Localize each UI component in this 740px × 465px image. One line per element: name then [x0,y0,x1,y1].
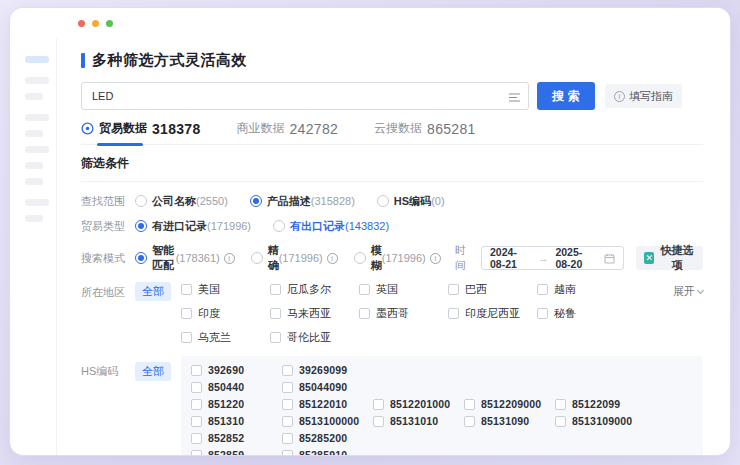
zoom-window-icon[interactable] [106,20,113,27]
info-icon[interactable]: i [327,253,338,264]
date-start[interactable]: 2024-08-21 [490,246,531,270]
region-checkbox[interactable]: 巴西 [448,282,537,297]
region-checkbox[interactable]: 英国 [359,282,448,297]
checkbox-icon [373,399,384,410]
hs-checkbox[interactable]: 851310 [191,415,282,427]
hs-checkbox[interactable]: 852859 [191,449,282,456]
region-checkbox[interactable]: 马来西亚 [270,306,359,321]
quick-options-button[interactable]: ✕ 快捷选项 [636,246,703,270]
minimize-window-icon[interactable] [92,20,99,27]
info-icon[interactable]: i [430,253,441,264]
info-icon[interactable]: i [224,253,235,264]
region-checkbox[interactable]: 越南 [537,282,626,297]
time-label: 时间 [455,243,473,273]
date-end[interactable]: 2025-08-20 [555,246,596,270]
radio-icon [354,252,366,264]
sidebar-skeleton-item [25,56,49,63]
hs-checkbox[interactable]: 8513100000 [282,415,373,427]
sidebar-skeleton-item [25,215,43,222]
expand-button[interactable]: 展开 [673,282,703,299]
hs-code-row: 392690 39269099 [191,362,693,378]
tab-trade-data[interactable]: 贸易数据 318378 [81,120,201,137]
hs-checkbox[interactable]: 85044090 [282,381,373,393]
quick-options-icon: ✕ [644,252,654,264]
region-checkbox[interactable]: 印度尼西亚 [448,306,537,321]
region-all-button[interactable]: 全部 [135,282,171,301]
checkbox-icon [555,399,566,410]
radio-smart-match[interactable]: 智能匹配 (178361) i [135,243,235,273]
radio-fuzzy-match[interactable]: 模糊 (171996) i [354,243,441,273]
search-button[interactable]: 搜索 [537,82,595,110]
calendar-icon[interactable] [604,253,615,264]
checkbox-icon [191,433,202,444]
radio-export-records[interactable]: 有出口记录 (143832) [273,219,389,234]
region-checkbox[interactable]: 印度 [181,306,270,321]
hs-code-row: 851310 8513100000 85131010 85131090 8513… [191,413,693,429]
hs-checkbox[interactable]: 85131090 [464,415,555,427]
data-tabs: 贸易数据 318378 商业数据 242782 云搜数据 865281 [81,120,703,145]
date-range-picker[interactable]: 2024-08-21 → 2025-08-20 [481,246,624,270]
region-checkbox[interactable]: 美国 [181,282,270,297]
tab-cloud-data[interactable]: 云搜数据 865281 [374,120,476,137]
hs-code-row: 851220 85122010 8512201000 8512209000 85… [191,396,693,412]
checkbox-icon [282,399,293,410]
main-content: 多种筛选方式灵活高效 搜索 i 填写指南 [57,38,730,455]
radio-icon [273,220,285,232]
search-input[interactable] [81,82,529,110]
list-lines-icon[interactable] [508,89,521,107]
region-checkbox[interactable]: 厄瓜多尔 [270,282,359,297]
app-window: 多种筛选方式灵活高效 搜索 i 填写指南 [9,7,731,456]
radio-company-name[interactable]: 公司名称 (2550) [135,194,228,209]
hs-checkbox[interactable]: 8513109000 [555,415,646,427]
hs-checkbox[interactable]: 85122010 [282,398,373,410]
checkbox-icon [464,416,475,427]
hs-checkbox[interactable]: 852852 [191,432,282,444]
filter-row-trade-type: 贸易类型 有进口记录 (171996) 有出口记录 (143832) [81,218,703,234]
sidebar-skeleton-item [25,114,49,121]
checkbox-icon [555,416,566,427]
chevron-down-icon [697,287,704,294]
hs-checkbox[interactable]: 85285910 [282,449,373,456]
hs-checkbox[interactable]: 850440 [191,381,282,393]
close-window-icon[interactable] [78,20,85,27]
row-label: 贸易类型 [81,218,135,234]
filter-row-scope: 查找范围 公司名称 (2550) 产品描述 (315828) HS编码 (0) [81,193,703,209]
hs-all-button[interactable]: 全部 [135,362,171,381]
region-checkbox[interactable]: 秘鲁 [537,306,626,321]
hs-checkbox[interactable]: 85131010 [373,415,464,427]
checkbox-icon [191,399,202,410]
hs-checkbox[interactable]: 8512201000 [373,398,464,410]
checkbox-icon [191,416,202,427]
date-arrow: → [538,252,549,264]
radio-import-records[interactable]: 有进口记录 (171996) [135,219,251,234]
hs-checkbox[interactable]: 85122099 [555,398,646,410]
checkbox-icon [373,416,384,427]
region-checkbox[interactable]: 哥伦比亚 [270,330,359,345]
checkbox-icon [282,382,293,393]
radio-icon [377,195,389,207]
region-checkbox[interactable]: 乌克兰 [181,330,270,345]
checkbox-icon [181,284,192,295]
row-label: 搜索模式 [81,250,135,266]
radio-icon [250,195,262,207]
radio-product-description[interactable]: 产品描述 (315828) [250,194,355,209]
checkbox-icon [181,332,192,343]
hs-checkbox[interactable]: 85285200 [282,432,373,444]
region-checkbox[interactable]: 墨西哥 [359,306,448,321]
hs-checkbox[interactable]: 851220 [191,398,282,410]
guide-button[interactable]: i 填写指南 [605,84,682,108]
info-icon: i [614,91,625,102]
radio-hs-code[interactable]: HS编码 (0) [377,194,445,209]
hs-checkbox[interactable]: 8512209000 [464,398,555,410]
tab-business-data[interactable]: 商业数据 242782 [237,120,339,137]
row-label: 查找范围 [81,193,135,209]
sidebar-skeleton-item [25,77,49,84]
radio-icon [135,220,147,232]
hs-checkbox[interactable]: 39269099 [282,364,373,376]
checkbox-icon [537,308,548,319]
checkbox-icon [448,308,459,319]
radio-exact-match[interactable]: 精确 (171996) i [251,243,338,273]
row-label: HS编码 [81,356,135,379]
checkbox-icon [282,450,293,457]
hs-checkbox[interactable]: 392690 [191,364,282,376]
